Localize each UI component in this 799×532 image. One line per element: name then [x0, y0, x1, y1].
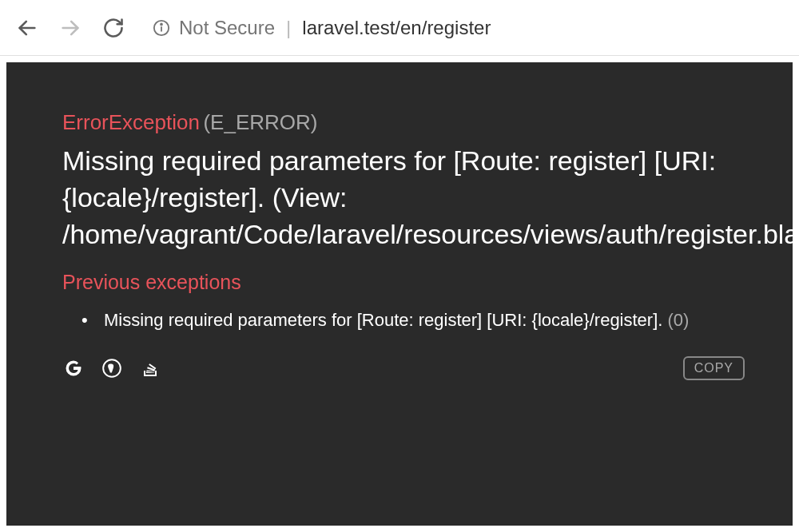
exception-header: ErrorException (E_ERROR): [62, 110, 745, 135]
reload-button[interactable]: [99, 14, 128, 42]
google-search-link[interactable]: [62, 357, 85, 379]
previous-message: Missing required parameters for [Route: …: [104, 310, 662, 330]
exception-code-label: (E_ERROR): [203, 110, 317, 134]
browser-toolbar: Not Secure | laravel.test/en/register: [0, 0, 799, 56]
duckduckgo-search-link[interactable]: [101, 357, 123, 379]
page-container: ErrorException (E_ERROR) Missing require…: [0, 56, 799, 532]
security-status: Not Secure: [179, 17, 275, 39]
copy-button[interactable]: COPY: [683, 356, 745, 380]
info-icon: [152, 18, 171, 38]
reload-icon: [102, 17, 125, 39]
url-text: laravel.test/en/register: [302, 17, 491, 39]
previous-code: (0): [668, 310, 690, 330]
google-icon: [64, 359, 83, 378]
arrow-right-icon: [59, 17, 81, 39]
svg-point-4: [161, 23, 162, 25]
previous-exceptions-list: Missing required parameters for [Route: …: [62, 308, 745, 333]
exception-message: Missing required parameters for [Route: …: [62, 143, 745, 253]
action-bar: COPY: [62, 356, 745, 380]
exception-class: ErrorException: [62, 110, 200, 134]
forward-button[interactable]: [56, 14, 85, 42]
stackoverflow-icon: [141, 359, 160, 378]
arrow-left-icon: [16, 17, 38, 39]
error-page[interactable]: ErrorException (E_ERROR) Missing require…: [6, 62, 793, 526]
url-separator: |: [286, 17, 291, 39]
address-bar[interactable]: Not Secure | laravel.test/en/register: [152, 11, 786, 45]
back-button[interactable]: [13, 14, 42, 42]
duckduckgo-icon: [101, 358, 122, 379]
stackoverflow-search-link[interactable]: [139, 357, 161, 379]
svg-point-6: [110, 366, 112, 367]
previous-exceptions-heading: Previous exceptions: [62, 271, 745, 294]
list-item: Missing required parameters for [Route: …: [93, 308, 745, 333]
